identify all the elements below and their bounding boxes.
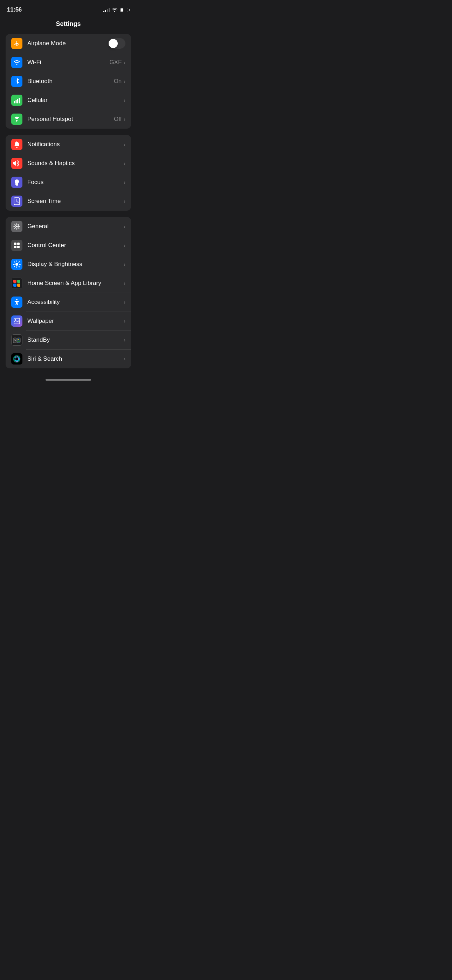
wifi-icon	[11, 57, 22, 68]
general-chevron: ›	[124, 224, 126, 229]
hotspot-label: Personal Hotspot	[27, 116, 114, 123]
sounds-row[interactable]: Sounds & Haptics ›	[6, 154, 131, 173]
svg-point-19	[15, 319, 16, 320]
standby-chevron: ›	[124, 337, 126, 343]
svg-point-13	[16, 263, 18, 266]
homescreen-chevron: ›	[124, 280, 126, 286]
svg-rect-16	[13, 283, 16, 287]
airplane-mode-label: Airplane Mode	[27, 40, 108, 47]
homescreen-label: Home Screen & App Library	[27, 280, 124, 287]
svg-rect-12	[17, 246, 20, 248]
display-row[interactable]: Display & Brightness ›	[6, 255, 131, 274]
airplane-mode-icon	[11, 38, 22, 49]
bluetooth-icon	[11, 76, 22, 87]
connectivity-group: Airplane Mode Wi-Fi GXF › Bluetooth On ›	[6, 34, 131, 129]
cellular-label: Cellular	[27, 97, 124, 104]
siri-row[interactable]: Siri & Search ›	[6, 350, 131, 368]
svg-rect-1	[16, 100, 17, 103]
airplane-mode-row[interactable]: Airplane Mode	[6, 34, 131, 53]
wallpaper-icon	[11, 315, 22, 327]
general-icon	[11, 221, 22, 232]
status-icons	[103, 7, 130, 13]
wifi-chevron: ›	[124, 60, 126, 65]
controlcenter-label: Control Center	[27, 242, 124, 249]
homescreen-icon	[11, 278, 22, 289]
screentime-label: Screen Time	[27, 198, 124, 205]
bluetooth-label: Bluetooth	[27, 78, 114, 85]
battery-icon	[120, 8, 130, 12]
home-indicator	[46, 379, 91, 381]
siri-icon	[11, 353, 22, 364]
wallpaper-row[interactable]: Wallpaper ›	[6, 312, 131, 331]
wifi-status-icon	[112, 7, 118, 13]
focus-row[interactable]: Focus ›	[6, 173, 131, 192]
standby-icon	[11, 334, 22, 345]
svg-point-4	[16, 120, 18, 121]
svg-point-18	[16, 299, 18, 301]
wifi-row[interactable]: Wi-Fi GXF ›	[6, 53, 131, 72]
cellular-icon	[11, 95, 22, 106]
notifications-icon	[11, 139, 22, 150]
wallpaper-label: Wallpaper	[27, 318, 124, 325]
general-group: General › Control Center › Display & Bri…	[6, 217, 131, 368]
siri-chevron: ›	[124, 356, 126, 362]
controlcenter-icon	[11, 240, 22, 251]
svg-rect-10	[17, 243, 20, 245]
wallpaper-chevron: ›	[124, 318, 126, 324]
svg-rect-11	[14, 246, 16, 248]
wifi-value: GXF	[109, 59, 122, 66]
accessibility-icon	[11, 296, 22, 308]
cellular-chevron: ›	[124, 97, 126, 103]
notifications-group: Notifications › Sounds & Haptics › Focus…	[6, 135, 131, 211]
focus-icon	[11, 177, 22, 188]
status-bar: 11:56	[0, 0, 137, 18]
signal-icon	[103, 7, 110, 12]
homescreen-row[interactable]: Home Screen & App Library ›	[6, 274, 131, 293]
screentime-chevron: ›	[124, 198, 126, 204]
standby-row[interactable]: StandBy ›	[6, 331, 131, 350]
sounds-label: Sounds & Haptics	[27, 160, 124, 167]
svg-rect-23	[17, 338, 20, 343]
cellular-row[interactable]: Cellular ›	[6, 91, 131, 110]
svg-rect-3	[19, 98, 20, 103]
accessibility-row[interactable]: Accessibility ›	[6, 293, 131, 312]
svg-rect-2	[17, 99, 18, 103]
accessibility-label: Accessibility	[27, 299, 124, 305]
controlcenter-row[interactable]: Control Center ›	[6, 236, 131, 255]
sounds-chevron: ›	[124, 161, 126, 166]
svg-point-7	[16, 226, 18, 228]
hotspot-value: Off	[114, 116, 122, 123]
notifications-label: Notifications	[27, 141, 124, 148]
bluetooth-row[interactable]: Bluetooth On ›	[6, 72, 131, 91]
accessibility-chevron: ›	[124, 299, 126, 305]
standby-label: StandBy	[27, 336, 124, 344]
svg-rect-17	[17, 283, 20, 287]
svg-rect-9	[14, 243, 16, 245]
general-label: General	[27, 223, 124, 230]
screentime-icon	[11, 196, 22, 207]
focus-label: Focus	[27, 179, 124, 186]
display-label: Display & Brightness	[27, 261, 124, 268]
hotspot-chevron: ›	[124, 116, 126, 122]
notifications-chevron: ›	[124, 142, 126, 147]
screentime-row[interactable]: Screen Time ›	[6, 192, 131, 211]
display-chevron: ›	[124, 261, 126, 267]
svg-rect-0	[14, 101, 15, 103]
bluetooth-chevron: ›	[124, 78, 126, 84]
display-icon	[11, 259, 22, 270]
svg-rect-15	[17, 280, 20, 283]
airplane-mode-toggle[interactable]	[108, 38, 126, 49]
notifications-row[interactable]: Notifications ›	[6, 135, 131, 154]
status-time: 11:56	[7, 6, 22, 13]
bluetooth-value: On	[114, 78, 122, 85]
hotspot-icon	[11, 114, 22, 125]
controlcenter-chevron: ›	[124, 243, 126, 248]
hotspot-row[interactable]: Personal Hotspot Off ›	[6, 110, 131, 129]
siri-label: Siri & Search	[27, 355, 124, 363]
svg-rect-14	[13, 280, 16, 283]
page-title: Settings	[0, 18, 137, 34]
focus-chevron: ›	[124, 180, 126, 185]
general-row[interactable]: General ›	[6, 217, 131, 236]
svg-point-24	[18, 339, 19, 340]
wifi-label: Wi-Fi	[27, 59, 109, 66]
